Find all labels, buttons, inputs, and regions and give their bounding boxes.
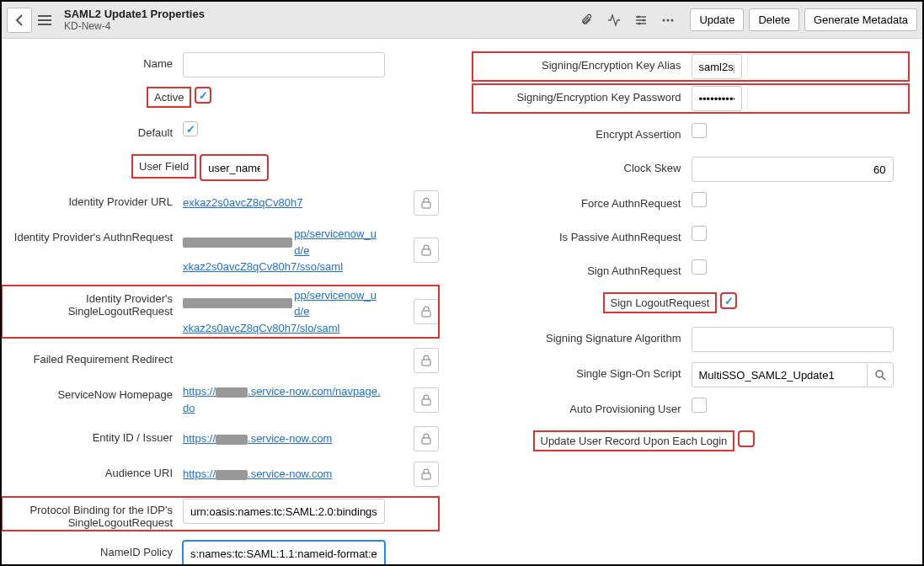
update-button[interactable]: Update [690,8,744,31]
svg-rect-7 [422,249,430,255]
page-title: SAML2 Update1 Properties [64,8,205,21]
lock-icon[interactable] [414,299,439,324]
audience-label: Audience URI [2,462,183,479]
user-field-input[interactable] [200,155,268,180]
sso-script-lookup [692,362,894,387]
svg-point-2 [638,22,641,24]
update-user-label: Update User Record Upon Each Login [534,431,734,451]
generate-metadata-button[interactable]: Generate Metadata [804,8,917,31]
right-column: Signing/Encryption Key Alias Signing/Enc… [464,47,916,556]
active-checkbox[interactable] [195,88,211,103]
delete-button[interactable]: Delete [749,8,799,31]
key-alias-input[interactable] [692,54,742,79]
force-authn-label: Force AuthnRequest [473,192,692,210]
idp-url-label: Identity Provider URL [2,190,183,208]
idp-slo-link[interactable]: pp/servicenow_ud/e xkaz2s0avcZ8qCv80h7/s… [183,287,385,337]
sn-homepage-link[interactable]: https://.service-now.com/navpage.do [183,383,385,416]
svg-rect-11 [422,438,430,444]
key-pwd-input[interactable] [692,86,742,111]
form-body: Name Active Default User Field Identity … [2,39,922,564]
svg-point-1 [643,19,645,21]
more-icon[interactable] [656,8,680,32]
auto-prov-checkbox[interactable] [692,398,707,413]
is-passive-checkbox[interactable] [692,226,707,241]
back-button[interactable] [7,8,32,33]
nameid-policy-input[interactable] [183,541,385,564]
menu-icon[interactable] [32,8,57,33]
sso-script-input[interactable] [692,362,867,387]
settings-icon[interactable] [629,8,653,32]
key-alias-label: Signing/Encryption Key Alias [473,54,692,72]
activity-icon[interactable] [602,8,626,32]
clock-skew-label: Clock Skew [473,157,692,174]
sig-alg-input[interactable] [692,327,894,352]
attachment-icon[interactable] [575,8,599,32]
lock-icon[interactable] [414,238,439,263]
lock-icon[interactable] [414,190,439,216]
search-icon[interactable] [867,362,894,387]
active-label: Active [147,88,190,107]
key-pwd-label: Signing/Encryption Key Password [473,86,692,104]
svg-rect-6 [422,202,430,208]
update-user-checkbox[interactable] [739,431,754,446]
svg-rect-12 [422,473,430,479]
svg-point-0 [638,15,640,18]
header-action-icons [575,8,680,32]
proto-binding-input[interactable] [183,499,385,524]
svg-point-13 [876,371,883,377]
name-input[interactable] [183,52,385,77]
idp-authn-label: Identity Provider's AuthnRequest [2,226,183,243]
clock-skew-input[interactable] [692,157,894,182]
auto-prov-label: Auto Provisioning User [473,398,692,415]
nameid-policy-label: NameID Policy [2,541,183,558]
force-authn-checkbox[interactable] [692,192,707,207]
idp-authn-link[interactable]: pp/servicenow_ud/e xkaz2s0avcZ8qCv80h7/s… [183,226,385,275]
page-header: SAML2 Update1 Properties KD-New-4 Update… [2,2,922,39]
page-subtitle: KD-New-4 [64,20,205,32]
audience-link[interactable]: https://.service-now.com [183,466,332,483]
user-field-label: User Field [132,155,195,178]
svg-rect-9 [422,360,430,366]
lock-icon[interactable] [414,426,439,451]
sign-logout-label: Sign LogoutRequest [604,293,717,312]
lock-icon[interactable] [414,387,439,413]
svg-point-5 [671,19,674,21]
idp-url-link[interactable]: exkaz2s0avcZ8qCv80h7 [183,195,302,211]
failed-redirect-label: Failed Requirement Redirect [2,348,183,366]
encrypt-assert-label: Encrypt Assertion [473,123,692,141]
proto-binding-label: Protocol Binding for the IDP's SingleLog… [2,499,183,529]
svg-rect-10 [422,399,430,405]
idp-slo-label: Identity Provider's SingleLogoutRequest [2,287,183,318]
svg-point-3 [663,19,665,21]
left-column: Name Active Default User Field Identity … [2,47,464,556]
entity-id-link[interactable]: https://.service-now.com [183,430,332,447]
sso-script-label: Single Sign-On Script [473,362,692,380]
default-checkbox[interactable] [183,121,198,136]
sign-authn-checkbox[interactable] [692,259,707,275]
sign-logout-checkbox[interactable] [721,293,736,308]
svg-rect-8 [422,311,430,317]
is-passive-label: Is Passive AuthnRequest [473,226,692,243]
lock-icon[interactable] [414,462,439,487]
sig-alg-label: Signing Signature Algorithm [473,327,692,344]
entity-id-label: Entity ID / Issuer [2,426,183,444]
lock-icon[interactable] [414,348,439,373]
encrypt-assert-checkbox[interactable] [692,123,707,138]
name-label: Name [2,52,183,70]
sign-authn-label: Sign AuthnRequest [473,259,692,277]
svg-point-4 [667,19,670,21]
sn-homepage-label: ServiceNow Homepage [2,383,183,401]
title-block: SAML2 Update1 Properties KD-New-4 [64,8,205,33]
default-label: Default [2,121,183,139]
